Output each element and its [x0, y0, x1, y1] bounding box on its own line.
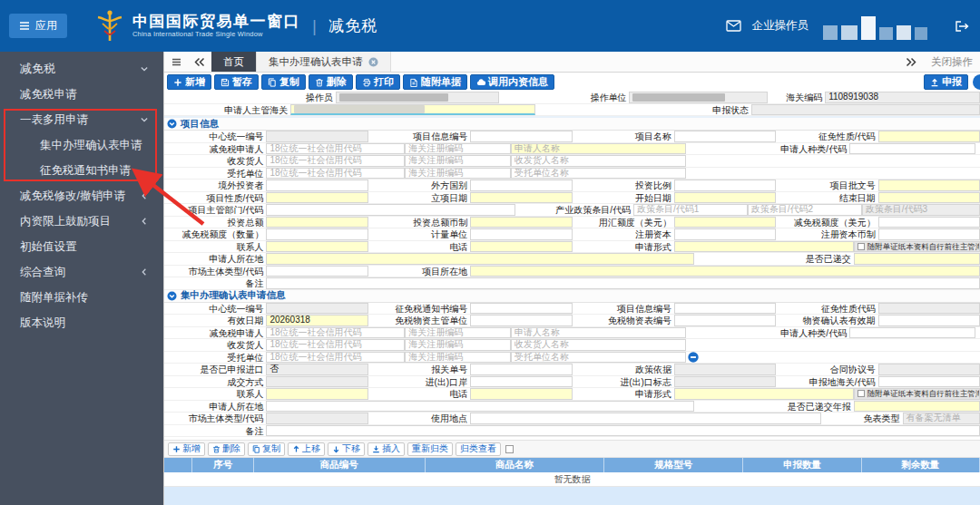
checkbox[interactable]: [858, 243, 865, 250]
form-field[interactable]: [674, 388, 854, 400]
form-field[interactable]: 收发货人名称: [511, 155, 686, 167]
form-field[interactable]: [470, 315, 572, 326]
remove-entrust-icon[interactable]: [688, 352, 699, 363]
form-field[interactable]: [470, 217, 572, 228]
mail-icon[interactable]: [726, 20, 741, 32]
form-field[interactable]: 受托单位名称: [511, 352, 686, 364]
form-field[interactable]: [674, 131, 776, 142]
form-field[interactable]: [674, 228, 776, 240]
valid-date-field[interactable]: 20260318: [266, 315, 368, 326]
form-field[interactable]: [266, 277, 980, 289]
toolbar-button-6[interactable]: 调用内资信息: [470, 74, 554, 90]
applicant-customs-field[interactable]: [290, 104, 535, 116]
sidebar-item-0[interactable]: 减免税: [0, 56, 163, 82]
scroll-tabs-left-icon[interactable]: [188, 52, 211, 72]
goods-toolbar-button-1[interactable]: 删除: [208, 442, 245, 456]
form-field[interactable]: [674, 241, 854, 253]
form-field[interactable]: [470, 266, 980, 277]
form-field[interactable]: [854, 253, 980, 265]
form-field[interactable]: 政策条目/代码1: [633, 204, 748, 216]
tab-current-document[interactable]: 集中办理确认表申请: [256, 52, 391, 72]
form-field[interactable]: [266, 425, 980, 437]
tab-close-icon[interactable]: [368, 57, 378, 67]
form-field[interactable]: 海关注册编码: [405, 168, 511, 180]
form-field[interactable]: [878, 376, 980, 388]
form-field[interactable]: 18位统一社会信用代码: [266, 168, 405, 180]
form-field[interactable]: [266, 217, 368, 228]
goods-toolbar-button-3[interactable]: 上移: [288, 442, 325, 456]
sidebar-item-2[interactable]: 一表多用申请: [0, 107, 163, 132]
form-field[interactable]: 政策条目/代码2: [748, 204, 862, 216]
form-field[interactable]: 申请人名称: [511, 143, 686, 155]
form-field[interactable]: [470, 303, 572, 315]
toolbar-button-1[interactable]: 暂存: [214, 74, 259, 90]
sidebar-item-5[interactable]: 减免税修改/撤销申请: [0, 183, 163, 209]
form-field[interactable]: [470, 388, 572, 400]
form-field[interactable]: 18位统一社会信用代码: [266, 143, 405, 155]
form-field[interactable]: 海关注册编码: [405, 143, 511, 155]
form-field[interactable]: [266, 241, 368, 253]
declare-button[interactable]: 申报: [924, 74, 968, 90]
form-field[interactable]: 海关注册编码: [405, 339, 511, 351]
toolbar-button-4[interactable]: 打印: [356, 74, 400, 90]
form-field[interactable]: [878, 315, 980, 326]
form-field[interactable]: [849, 143, 975, 155]
sidebar-item-7[interactable]: 初始值设置: [0, 234, 163, 259]
form-field[interactable]: [266, 192, 368, 204]
form-field[interactable]: [470, 364, 572, 375]
form-field[interactable]: [266, 401, 694, 413]
form-field[interactable]: [674, 192, 776, 204]
form-field[interactable]: [674, 180, 776, 191]
sidebar-item-8[interactable]: 综合查询: [0, 259, 163, 285]
form-field[interactable]: [470, 228, 572, 240]
form-field[interactable]: [470, 180, 572, 191]
form-field[interactable]: [878, 217, 980, 228]
form-field[interactable]: [266, 204, 514, 216]
form-field[interactable]: [674, 217, 776, 228]
goods-toolbar-button-6[interactable]: 重新归类: [407, 442, 453, 456]
sidebar-item-6[interactable]: 内资限上鼓励项目: [0, 209, 163, 234]
form-field[interactable]: [854, 401, 980, 413]
form-field[interactable]: 申请人名称: [511, 327, 686, 339]
form-field[interactable]: [266, 388, 368, 400]
tab-menu-icon[interactable]: [164, 52, 188, 72]
form-field[interactable]: 海关注册编码: [405, 327, 511, 339]
form-field[interactable]: 受托单位名称: [511, 168, 686, 180]
toolbar-button-2[interactable]: 复制: [261, 74, 306, 90]
close-operations-button[interactable]: 关闭操作: [931, 55, 973, 69]
form-field[interactable]: [266, 180, 368, 191]
form-field[interactable]: [878, 192, 980, 204]
form-field[interactable]: [878, 180, 980, 191]
goods-toolbar-button-5[interactable]: 插入: [368, 442, 405, 456]
form-field[interactable]: [470, 192, 572, 204]
checkbox[interactable]: [858, 390, 865, 397]
apps-menu-button[interactable]: 应用: [9, 14, 67, 38]
form-field[interactable]: [470, 131, 572, 142]
goods-view-checkbox[interactable]: [505, 445, 514, 453]
sidebar-item-4[interactable]: 征免税通知书申请: [0, 158, 163, 183]
form-field[interactable]: 18位统一社会信用代码: [266, 352, 405, 364]
goods-toolbar-button-0[interactable]: 新增: [168, 442, 205, 456]
user-role-label[interactable]: 企业操作员: [752, 18, 809, 34]
form-field[interactable]: [470, 241, 572, 253]
logout-icon[interactable]: [955, 20, 969, 33]
goods-toolbar-button-4[interactable]: 下移: [328, 442, 365, 456]
form-field[interactable]: [266, 253, 694, 265]
form-field[interactable]: [266, 228, 368, 240]
more-actions-button[interactable]: [973, 74, 980, 90]
toolbar-button-0[interactable]: 新增: [167, 74, 211, 90]
form-field[interactable]: [849, 327, 975, 339]
toolbar-button-3[interactable]: 删除: [309, 74, 353, 90]
sidebar-item-10[interactable]: 版本说明: [0, 310, 163, 335]
form-field[interactable]: 18位统一社会信用代码: [266, 339, 405, 351]
sidebar-item-3[interactable]: 集中办理确认表申请: [0, 132, 163, 158]
form-field[interactable]: [674, 315, 776, 326]
goods-toolbar-button-2[interactable]: 复制: [248, 442, 285, 456]
section-header-0[interactable]: 项目信息: [164, 118, 980, 131]
form-field[interactable]: [878, 228, 980, 240]
tab-home[interactable]: 首页: [211, 52, 256, 72]
form-field[interactable]: [470, 376, 572, 388]
sidebar-item-1[interactable]: 减免税申请: [0, 82, 163, 107]
form-field[interactable]: 海关注册编码: [405, 155, 511, 167]
form-field[interactable]: [266, 266, 368, 277]
